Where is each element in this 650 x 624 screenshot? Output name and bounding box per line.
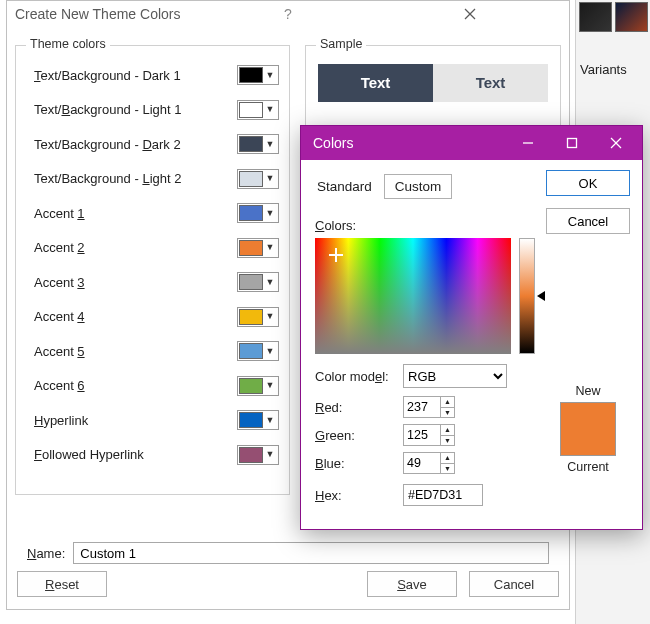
sample-dark: Text: [318, 64, 433, 102]
red-step-up[interactable]: ▲: [440, 397, 454, 408]
blue-input[interactable]: [404, 453, 440, 473]
color-model-row: Color model: RGB: [315, 364, 507, 388]
color-swatch: [239, 102, 263, 118]
minimize-button[interactable]: [506, 128, 550, 158]
theme-color-row: Text/Background - Light 1▼: [34, 99, 279, 121]
theme-color-swatch-button[interactable]: ▼: [237, 134, 279, 154]
colors-dialog-titlebar[interactable]: Colors: [301, 126, 642, 160]
cancel-button[interactable]: Cancel: [469, 571, 559, 597]
hex-input[interactable]: [403, 484, 483, 506]
theme-color-swatch-button[interactable]: ▼: [237, 100, 279, 120]
theme-color-swatch-button[interactable]: ▼: [237, 376, 279, 396]
theme-color-row: Accent 2▼: [34, 237, 279, 259]
theme-color-row: Text/Background - Dark 2▼: [34, 133, 279, 155]
close-icon: [464, 8, 476, 20]
chevron-down-icon: ▼: [263, 174, 277, 183]
theme-color-swatch-button[interactable]: ▼: [237, 410, 279, 430]
color-swatch: [239, 378, 263, 394]
ok-button[interactable]: OK: [546, 170, 630, 196]
theme-color-swatch-button[interactable]: ▼: [237, 272, 279, 292]
name-label: Name:: [27, 546, 65, 561]
theme-color-swatch-button[interactable]: ▼: [237, 341, 279, 361]
close-icon: [610, 137, 622, 149]
color-swatch: [239, 412, 263, 428]
hex-label: Hex:: [315, 488, 397, 503]
theme-color-swatch-button[interactable]: ▼: [237, 445, 279, 465]
theme-color-label: Text/Background - Light 2: [34, 171, 237, 186]
theme-color-row: Accent 1▼: [34, 202, 279, 224]
theme-color-swatch-button[interactable]: ▼: [237, 307, 279, 327]
theme-color-row: Accent 6▼: [34, 375, 279, 397]
blue-spinner[interactable]: ▲▼: [403, 452, 455, 474]
color-model-label: Color model:: [315, 369, 397, 384]
chevron-down-icon: ▼: [263, 243, 277, 252]
help-button[interactable]: ?: [197, 6, 379, 22]
color-swatch: [239, 343, 263, 359]
green-input[interactable]: [404, 425, 440, 445]
color-swatch: [239, 309, 263, 325]
chevron-down-icon: ▼: [263, 209, 277, 218]
chevron-down-icon: ▼: [263, 71, 277, 80]
tab-custom[interactable]: Custom: [384, 174, 453, 199]
chevron-down-icon: ▼: [263, 416, 277, 425]
sample-legend: Sample: [316, 37, 366, 51]
variants-label: Variants: [580, 62, 627, 77]
theme-colors-group: Theme colors Text/Background - Dark 1▼Te…: [15, 45, 290, 495]
close-button[interactable]: [379, 8, 561, 20]
new-current-preview: New Current: [546, 384, 630, 474]
variant-thumb[interactable]: [579, 2, 612, 32]
theme-color-swatch-button[interactable]: ▼: [237, 203, 279, 223]
theme-color-label: Hyperlink: [34, 413, 237, 428]
theme-name-input[interactable]: [73, 542, 549, 564]
color-spectrum[interactable]: [315, 238, 511, 354]
green-spinner[interactable]: ▲▼: [403, 424, 455, 446]
theme-color-swatch-button[interactable]: ▼: [237, 169, 279, 189]
maximize-button[interactable]: [550, 128, 594, 158]
spectrum-cursor: [331, 250, 341, 260]
theme-color-label: Accent 3: [34, 275, 237, 290]
color-swatch: [239, 67, 263, 83]
theme-color-swatch-button[interactable]: ▼: [237, 238, 279, 258]
red-spinner[interactable]: ▲▼: [403, 396, 455, 418]
dialog-title: Create New Theme Colors: [15, 6, 197, 22]
theme-color-label: Accent 5: [34, 344, 237, 359]
theme-color-label: Accent 6: [34, 378, 237, 393]
green-step-down[interactable]: ▼: [440, 436, 454, 446]
sample-light: Text: [433, 64, 548, 102]
theme-color-label: Text/Background - Light 1: [34, 102, 237, 117]
red-label: Red:: [315, 400, 397, 415]
theme-color-swatch-button[interactable]: ▼: [237, 65, 279, 85]
chevron-down-icon: ▼: [263, 347, 277, 356]
cancel-button[interactable]: Cancel: [546, 208, 630, 234]
chevron-down-icon: ▼: [263, 278, 277, 287]
chevron-down-icon: ▼: [263, 381, 277, 390]
theme-color-label: Text/Background - Dark 2: [34, 137, 237, 152]
theme-colors-legend: Theme colors: [26, 37, 110, 51]
theme-color-label: Followed Hyperlink: [34, 447, 237, 462]
green-label: Green:: [315, 428, 397, 443]
variant-thumb[interactable]: [615, 2, 648, 32]
tab-standard[interactable]: Standard: [313, 175, 376, 198]
blue-step-up[interactable]: ▲: [440, 453, 454, 464]
luminosity-arrow[interactable]: [537, 291, 545, 301]
theme-color-row: Accent 3▼: [34, 271, 279, 293]
green-step-up[interactable]: ▲: [440, 425, 454, 436]
chevron-down-icon: ▼: [263, 450, 277, 459]
close-button[interactable]: [594, 128, 638, 158]
current-label: Current: [567, 460, 609, 474]
red-step-down[interactable]: ▼: [440, 408, 454, 418]
save-button[interactable]: Save: [367, 571, 457, 597]
red-input[interactable]: [404, 397, 440, 417]
maximize-icon: [566, 137, 578, 149]
luminosity-bar[interactable]: [519, 238, 535, 354]
theme-color-label: Accent 1: [34, 206, 237, 221]
chevron-down-icon: ▼: [263, 140, 277, 149]
theme-color-row: Accent 5▼: [34, 340, 279, 362]
reset-button[interactable]: Reset: [17, 571, 107, 597]
svg-rect-3: [568, 139, 577, 148]
sample-preview: Text Text: [318, 64, 548, 102]
color-swatch: [239, 136, 263, 152]
blue-step-down[interactable]: ▼: [440, 464, 454, 474]
color-swatch: [239, 171, 263, 187]
color-model-select[interactable]: RGB: [403, 364, 507, 388]
